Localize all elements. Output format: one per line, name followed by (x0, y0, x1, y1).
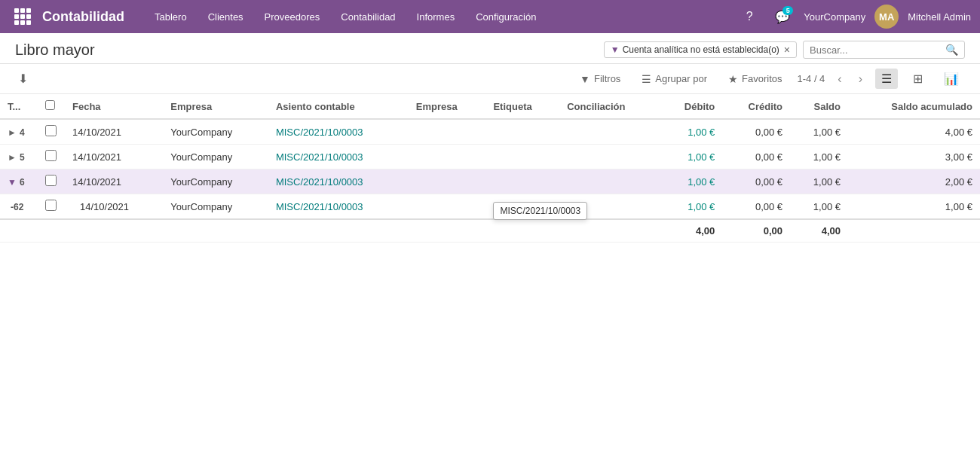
navbar-right: ? 💬 5 YourCompany MA Mitchell Admin (737, 5, 971, 29)
nav-tablero[interactable]: Tablero (145, 0, 196, 33)
expand-icon[interactable]: ► (8, 152, 17, 163)
credito-cell: 0,00 € (722, 145, 790, 169)
tree-label: 4 (20, 127, 25, 138)
group-by-button[interactable]: ☰ Agrupar por (635, 70, 713, 88)
expand-icon[interactable]: ▼ (8, 177, 17, 188)
grid-menu-button[interactable] (9, 0, 36, 33)
col-etiqueta[interactable]: Etiqueta (485, 94, 559, 119)
summary-row: 4,000,004,00 (0, 219, 980, 243)
favorites-label: Favoritos (742, 73, 782, 84)
col-saldo-acumulado[interactable]: Saldo acumulado (848, 94, 980, 119)
etiqueta-cell (485, 145, 559, 169)
empresa2-cell (409, 194, 486, 220)
tree-label: 5 (20, 152, 25, 163)
fecha-cell: 14/10/2021 (65, 169, 163, 194)
summary-empty-cell (0, 219, 38, 243)
page-title: Libro mayor (15, 41, 95, 59)
summary-saldo: 4,00 (790, 219, 848, 243)
nav-clientes[interactable]: Clientes (199, 0, 253, 33)
row-checkbox[interactable] (45, 150, 57, 161)
conciliacion-cell (559, 194, 660, 220)
header-right: ▼ Cuenta analítica no está establecida(o… (604, 41, 965, 59)
table-container: T... Fecha Empresa Asiento contable Empr… (0, 94, 980, 467)
etiqueta-cell: MISC/2021/10/0003 (485, 169, 559, 194)
view-chart-button[interactable]: 📊 (938, 69, 965, 89)
table-header-row: T... Fecha Empresa Asiento contable Empr… (0, 94, 980, 119)
messages-button[interactable]: 💬 5 (770, 5, 795, 29)
asiento-cell[interactable]: MISC/2021/10/0003 (268, 145, 409, 169)
col-empresa2[interactable]: Empresa (409, 94, 486, 119)
summary-empty-cell (65, 219, 163, 243)
saldo-cell: 1,00 € (790, 145, 848, 169)
main-content: Libro mayor ▼ Cuenta analítica no está e… (0, 33, 980, 467)
select-all-checkbox[interactable] (45, 100, 55, 110)
etiqueta-cell (485, 119, 559, 145)
row-checkbox[interactable] (45, 125, 57, 136)
tree-cell: ►4 (0, 119, 38, 145)
col-checkbox (38, 94, 65, 119)
table-row: ►514/10/2021YourCompanyMISC/2021/10/0003… (0, 145, 980, 169)
navbar: Contabilidad Tablero Clientes Proveedore… (0, 0, 980, 33)
asiento-cell[interactable]: MISC/2021/10/0003 (268, 194, 409, 220)
expand-icon[interactable]: ► (8, 127, 17, 138)
username[interactable]: Mitchell Admin (908, 11, 971, 23)
filter-tag-close[interactable]: × (784, 44, 790, 55)
empresa-cell: YourCompany (163, 119, 268, 145)
col-fecha[interactable]: Fecha (65, 94, 163, 119)
avatar[interactable]: MA (874, 5, 899, 29)
download-button[interactable]: ⬇ (15, 69, 31, 89)
saldo-cell: 1,00 € (790, 169, 848, 194)
filters-button[interactable]: ▼ Filtros (574, 70, 626, 88)
credito-cell: 0,00 € (722, 169, 790, 194)
help-button[interactable]: ? (737, 5, 761, 29)
row-checkbox[interactable] (45, 175, 57, 186)
tree-label: 6 (20, 177, 25, 188)
col-credito[interactable]: Crédito (722, 94, 790, 119)
col-conciliacion[interactable]: Conciliación (559, 94, 660, 119)
summary-empty-cell (268, 219, 409, 243)
company-name[interactable]: YourCompany (804, 11, 865, 23)
nav-informes[interactable]: Informes (408, 0, 464, 33)
tree-cell: ►5 (0, 145, 38, 169)
saldo-acumulado-cell: 4,00 € (848, 119, 980, 145)
filters-label: Filtros (594, 73, 620, 84)
empresa-cell: YourCompany (163, 145, 268, 169)
summary-debito: 4,00 (660, 219, 722, 243)
fecha-cell: 14/10/2021 (65, 145, 163, 169)
favorites-button[interactable]: ★ Favoritos (722, 70, 788, 88)
asiento-cell[interactable]: MISC/2021/10/0003 (268, 119, 409, 145)
pagination-prev[interactable]: ‹ (834, 71, 845, 87)
view-grid-button[interactable]: ⊞ (907, 69, 929, 89)
saldo-acumulado-cell: 3,00 € (848, 145, 980, 169)
checkbox-cell (38, 119, 65, 145)
tree-label: -62 (11, 202, 23, 212)
col-saldo[interactable]: Saldo (790, 94, 848, 119)
filter-icon: ▼ (580, 73, 590, 85)
view-list-button[interactable]: ☰ (875, 69, 898, 89)
data-table: T... Fecha Empresa Asiento contable Empr… (0, 94, 980, 243)
summary-empty-cell (38, 219, 65, 243)
checkbox-cell (38, 145, 65, 169)
debito-cell: 1,00 € (660, 169, 722, 194)
row-checkbox[interactable] (45, 200, 57, 211)
credito-cell: 0,00 € (722, 194, 790, 220)
table-row: -6214/10/2021YourCompanyMISC/2021/10/000… (0, 194, 980, 220)
empresa-cell: YourCompany (163, 194, 268, 220)
nav-configuracion[interactable]: Configuración (467, 0, 545, 33)
filter-tag: ▼ Cuenta analítica no está establecida(o… (604, 41, 797, 58)
fecha-cell: 14/10/2021 (65, 119, 163, 145)
nav-proveedores[interactable]: Proveedores (256, 0, 329, 33)
nav-contabilidad[interactable]: Contabilidad (332, 0, 404, 33)
col-debito[interactable]: Débito (660, 94, 722, 119)
col-asiento[interactable]: Asiento contable (268, 94, 409, 119)
col-empresa[interactable]: Empresa (163, 94, 268, 119)
search-icon[interactable]: 🔍 (945, 44, 958, 56)
pagination-next[interactable]: › (855, 71, 866, 87)
saldo-cell: 1,00 € (790, 119, 848, 145)
main-nav: Tablero Clientes Proveedores Contabilida… (145, 0, 737, 33)
empresa2-cell (409, 169, 486, 194)
summary-empty-cell (485, 219, 559, 243)
filter-icon: ▼ (611, 44, 620, 55)
search-input[interactable] (810, 44, 945, 56)
asiento-cell[interactable]: MISC/2021/10/0003 (268, 169, 409, 194)
